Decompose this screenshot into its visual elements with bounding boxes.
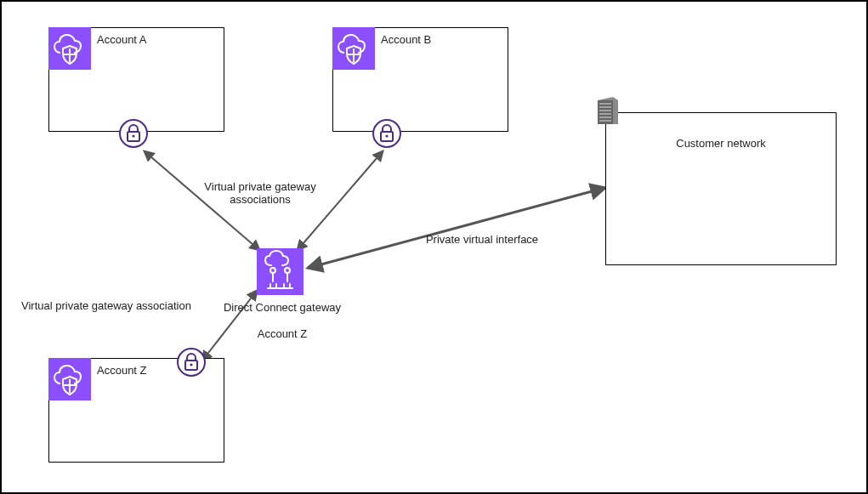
server-rack-icon [594, 95, 620, 126]
cloud-shield-icon [48, 358, 91, 400]
cloud-shield-icon [332, 27, 375, 70]
svg-point-11 [373, 120, 400, 147]
dc-gateway-account-label: Account Z [248, 327, 316, 340]
svg-line-3 [309, 188, 604, 268]
vpg-lock-icon-b [372, 119, 401, 148]
dc-gateway-label: Direct Connect gateway [214, 301, 350, 314]
customer-network-box: Customer network [605, 112, 837, 265]
vpg-lock-icon-z [177, 348, 206, 377]
pvi-label: Private virtual interface [410, 233, 554, 246]
account-b-box: Account B [332, 27, 508, 132]
svg-point-16 [178, 349, 205, 376]
diagram-canvas: Account A Account B [0, 0, 868, 494]
account-a-box: Account A [48, 27, 224, 132]
vpg-lock-icon-a [119, 119, 148, 148]
svg-point-13 [385, 134, 388, 137]
account-a-label: Account A [97, 33, 147, 46]
account-b-label: Account B [381, 33, 431, 46]
direct-connect-gateway-icon [257, 248, 304, 295]
svg-point-8 [132, 134, 134, 137]
vpg-assoc-label: Virtual private gateway association [21, 299, 217, 312]
svg-point-18 [190, 363, 192, 366]
cloud-shield-icon [48, 27, 91, 70]
vpg-assoc-plural-label: Virtual private gateway associations [192, 180, 328, 206]
customer-network-label: Customer network [606, 137, 836, 150]
account-z-label: Account Z [97, 364, 147, 377]
svg-point-6 [120, 120, 147, 147]
